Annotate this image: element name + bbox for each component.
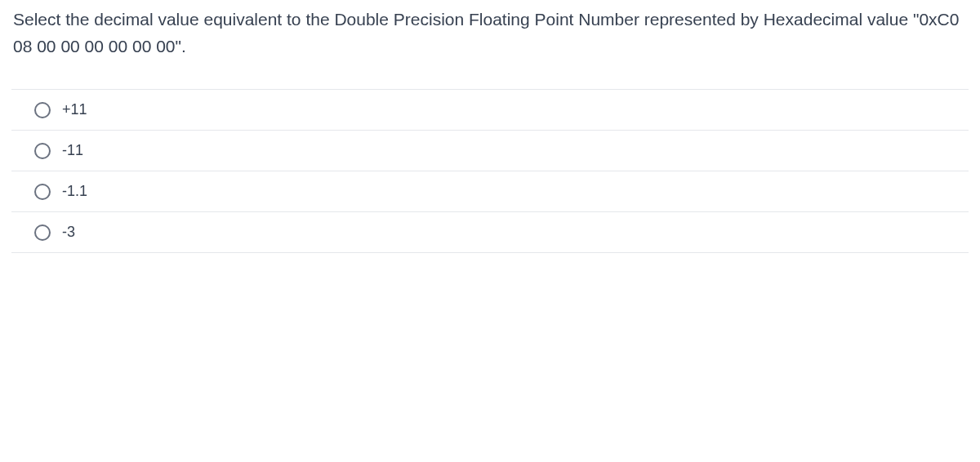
option-row[interactable]: -11 [11,130,969,171]
options-list: +11 -11 -1.1 -3 [11,89,969,253]
radio-icon[interactable] [34,184,51,200]
option-row[interactable]: +11 [11,89,969,130]
radio-icon[interactable] [34,224,51,241]
option-label: -11 [62,142,83,159]
option-label: -3 [62,224,75,241]
radio-icon[interactable] [34,143,51,159]
option-row[interactable]: -3 [11,211,969,253]
radio-icon[interactable] [34,102,51,118]
option-row[interactable]: -1.1 [11,171,969,211]
option-label: +11 [62,101,87,118]
question-text: Select the decimal value equivalent to t… [11,7,969,60]
option-label: -1.1 [62,183,87,200]
